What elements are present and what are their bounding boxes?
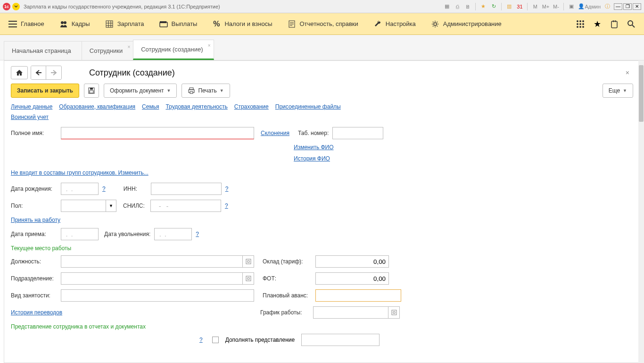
help-inn[interactable]: ? — [225, 186, 229, 192]
save-close-button[interactable]: Записать и закрыть — [11, 84, 79, 98]
fire-date-input[interactable] — [154, 228, 192, 240]
help-supplement[interactable]: ? — [199, 337, 203, 343]
advance-input[interactable] — [315, 289, 401, 302]
maximize-button[interactable]: ❐ — [623, 3, 632, 10]
help-snils[interactable]: ? — [225, 203, 228, 209]
print-button[interactable]: Печать ▼ — [182, 84, 230, 98]
birthdate-input[interactable] — [61, 183, 99, 195]
scrollbar[interactable] — [638, 60, 644, 363]
link-declensions[interactable]: Склонения — [261, 130, 289, 136]
make-document-button[interactable]: Оформить документ ▼ — [104, 84, 177, 98]
tb-icon-2[interactable]: ⎙ — [454, 3, 461, 10]
link-files[interactable]: Присоединенные файлы — [275, 103, 341, 110]
user-icon[interactable]: 👤 Админ — [578, 3, 601, 10]
position-input[interactable] — [61, 255, 243, 268]
close-button[interactable]: ✕ — [633, 3, 641, 10]
calendar-icon[interactable]: 31 — [516, 3, 523, 10]
page-close-button[interactable]: × — [622, 67, 633, 78]
tab-employees[interactable]: Сотрудники × — [82, 41, 133, 60]
home-button[interactable] — [11, 66, 28, 79]
more-button[interactable]: Еще ▼ — [603, 84, 633, 98]
history-icon[interactable] — [610, 20, 619, 28]
people-icon — [59, 20, 68, 28]
back-button[interactable] — [31, 66, 46, 79]
favorite-icon[interactable]: ★ — [479, 3, 487, 10]
close-icon[interactable]: × — [208, 43, 211, 48]
star-icon[interactable]: ★ — [593, 20, 602, 28]
salary-input[interactable] — [315, 255, 389, 268]
link-change-fio[interactable]: Изменить ФИО — [294, 144, 334, 151]
chevron-down-icon: ▼ — [623, 88, 627, 93]
fot-input[interactable] — [315, 272, 389, 285]
label-schedule: График работы: — [260, 309, 309, 316]
schedule-lookup-button[interactable] — [388, 306, 400, 319]
schedule-input[interactable] — [313, 306, 388, 319]
save-button[interactable] — [84, 84, 99, 98]
label-fot: ФОТ: — [263, 275, 312, 282]
snils-input[interactable] — [150, 200, 221, 212]
help-fire-date[interactable]: ? — [196, 231, 199, 237]
menu-hr[interactable]: Кадры — [59, 20, 90, 28]
supplement-checkbox[interactable] — [212, 337, 219, 343]
department-lookup-button[interactable] — [243, 272, 254, 285]
link-labor[interactable]: Трудовая деятельность — [165, 103, 227, 110]
section-current-job: Текущее место работы — [11, 245, 633, 252]
menu-salary[interactable]: Зарплата — [105, 20, 144, 28]
supplement-input[interactable] — [301, 334, 380, 346]
tab-start-page[interactable]: Начальная страница — [4, 41, 82, 60]
page-header: Сотрудник (создание) × — [4, 61, 640, 84]
full-name-input[interactable] — [61, 127, 254, 139]
tb-icon-1[interactable]: ▦ — [443, 3, 451, 10]
position-lookup-button[interactable] — [243, 255, 254, 268]
forward-button[interactable] — [46, 66, 61, 79]
label-tab-num: Таб. номер: — [298, 130, 329, 136]
hire-date-input[interactable] — [61, 228, 99, 240]
link-history-fio[interactable]: История ФИО — [294, 155, 330, 162]
menu-payments[interactable]: Выплаты — [159, 20, 198, 28]
tb-icon-panel[interactable]: ▣ — [568, 3, 575, 10]
gear-icon — [431, 20, 439, 28]
link-military[interactable]: Воинский учет — [11, 114, 49, 120]
calculator-icon[interactable]: ▥ — [505, 3, 513, 10]
link-transfer-history[interactable]: История переводов — [11, 309, 62, 316]
link-hire[interactable]: Принять на работу — [11, 217, 60, 223]
memory-m-icon[interactable]: M — [531, 3, 539, 10]
tab-num-input[interactable] — [332, 127, 383, 139]
link-groups[interactable]: Не входит в составы групп сотрудников. И… — [11, 169, 149, 176]
svg-rect-23 — [190, 92, 193, 93]
menu-reports[interactable]: Отчетность, справки — [288, 20, 358, 28]
sex-input[interactable] — [61, 200, 106, 212]
svg-rect-21 — [190, 88, 193, 90]
tabs-bar: Начальная страница Сотрудники × Сотрудни… — [0, 35, 644, 60]
tb-icon-3[interactable]: 🗎 — [464, 3, 471, 10]
sex-dropdown-button[interactable]: ▼ — [106, 200, 116, 212]
chevron-down-icon: ▼ — [167, 88, 171, 93]
minimize-button[interactable]: — — [614, 3, 622, 10]
close-icon[interactable]: × — [127, 44, 130, 50]
app-menu-dropdown-icon[interactable] — [12, 3, 20, 10]
label-sex: Пол: — [11, 203, 57, 209]
svg-point-9 — [582, 20, 584, 22]
svg-point-7 — [577, 20, 578, 22]
tb-icon-5[interactable]: ↻ — [490, 3, 497, 10]
menu-settings[interactable]: Настройка — [373, 20, 416, 28]
link-personal[interactable]: Личные данные — [11, 103, 52, 110]
memory-mminus-icon[interactable]: M- — [552, 3, 560, 10]
page-title: Сотрудник (создание) — [89, 68, 175, 78]
link-education[interactable]: Образование, квалификация — [59, 103, 135, 110]
apps-icon[interactable] — [576, 20, 585, 28]
menu-main[interactable]: Главное — [8, 20, 44, 28]
link-insurance[interactable]: Страхование — [234, 103, 269, 110]
menu-admin[interactable]: Администрирование — [431, 20, 502, 28]
memory-mplus-icon[interactable]: M+ — [542, 3, 549, 10]
employment-input[interactable] — [61, 289, 254, 302]
menu-taxes[interactable]: % Налоги и взносы — [212, 20, 272, 28]
link-family[interactable]: Семья — [142, 103, 159, 110]
search-icon[interactable] — [627, 20, 636, 28]
department-input[interactable] — [61, 272, 243, 285]
info-icon[interactable]: ⓘ — [603, 3, 611, 10]
inn-input[interactable] — [151, 183, 222, 195]
help-birthdate[interactable]: ? — [102, 186, 106, 192]
scrollbar-thumb[interactable] — [639, 65, 644, 122]
tab-employee-create[interactable]: Сотрудник (создание) × — [133, 40, 214, 60]
